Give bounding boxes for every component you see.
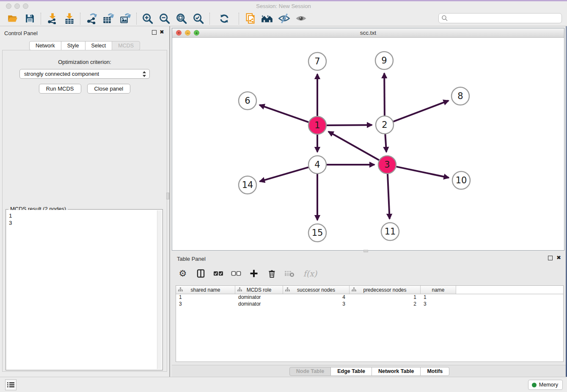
- open-session-button[interactable]: [4, 12, 21, 25]
- import-table-button[interactable]: [61, 12, 77, 25]
- tab-style[interactable]: Style: [61, 41, 85, 50]
- gear-icon: ⚙: [179, 268, 187, 279]
- clone-network-button[interactable]: [242, 12, 259, 25]
- edge-3-11[interactable]: [388, 174, 390, 219]
- svg-text:2: 2: [382, 120, 387, 130]
- node-8[interactable]: 8: [451, 87, 469, 105]
- result-scrollbar[interactable]: [157, 210, 162, 369]
- tab-network[interactable]: Network: [29, 41, 61, 50]
- workspace-region: ✕ − + scc.txt 7968124314101511 Table Pan…: [170, 26, 567, 377]
- node-15[interactable]: 15: [308, 224, 326, 242]
- edge-1-6[interactable]: [259, 105, 308, 122]
- main-titlebar: Session: New Session: [0, 1, 567, 11]
- tab-mcds[interactable]: MCDS: [112, 41, 140, 50]
- export-table-button[interactable]: [100, 12, 117, 25]
- mcds-result-list[interactable]: 1 3: [6, 210, 162, 370]
- node-4[interactable]: 4: [308, 156, 326, 174]
- search-input[interactable]: [438, 13, 562, 23]
- float-table-panel-icon[interactable]: [548, 256, 553, 260]
- delete-column-button[interactable]: [267, 268, 277, 279]
- edge-2-3[interactable]: [385, 134, 386, 152]
- node-11[interactable]: 11: [381, 223, 399, 240]
- export-network-button[interactable]: [83, 12, 100, 25]
- show-all-button[interactable]: [292, 12, 309, 25]
- node-14[interactable]: 14: [239, 176, 256, 194]
- tab-select[interactable]: Select: [85, 41, 113, 50]
- node-table: shared name MCDS role successor nodes pr…: [176, 285, 564, 362]
- tab-edge-table[interactable]: Edge Table: [330, 367, 372, 376]
- refresh-icon: [219, 13, 230, 24]
- hide-selected-button[interactable]: [275, 12, 292, 25]
- apply-function-button[interactable]: f(x): [302, 268, 318, 279]
- panel-divider-grip[interactable]: [166, 193, 169, 199]
- edge-1-2[interactable]: [327, 125, 372, 125]
- tab-node-table[interactable]: Node Table: [289, 367, 331, 376]
- column-header-mcds-role[interactable]: MCDS role: [235, 286, 283, 294]
- save-session-button[interactable]: [21, 12, 38, 25]
- export-image-button[interactable]: [117, 12, 134, 25]
- column-label: successor nodes: [297, 287, 335, 293]
- edge-3-10[interactable]: [396, 167, 449, 178]
- edge-4-14[interactable]: [260, 167, 308, 182]
- refresh-view-button[interactable]: [216, 12, 233, 25]
- clone-network-icon: [245, 13, 256, 24]
- import-network-button[interactable]: [44, 12, 61, 25]
- memory-button[interactable]: Memory: [528, 380, 563, 390]
- float-panel-icon[interactable]: [152, 30, 157, 35]
- zoom-fit-icon: [176, 13, 187, 25]
- column-header-successor-nodes[interactable]: successor nodes: [283, 286, 350, 294]
- node-7[interactable]: 7: [308, 52, 326, 70]
- svg-text:3: 3: [384, 160, 390, 170]
- memory-status-icon: [532, 383, 537, 387]
- mcds-result-line: 1: [9, 212, 155, 219]
- add-column-button[interactable]: [249, 268, 259, 279]
- table-row[interactable]: 1 dominator 4 1 1: [176, 294, 563, 301]
- session-title: Session: New Session: [0, 3, 567, 9]
- select-all-button[interactable]: [213, 268, 223, 279]
- table-row[interactable]: 3 dominator 3 2 3: [176, 301, 563, 308]
- close-panel-button[interactable]: Close panel: [87, 84, 131, 94]
- cell-shared-name: 1: [176, 294, 235, 301]
- zoom-in-icon: [142, 13, 154, 25]
- run-mcds-button[interactable]: Run MCDS: [39, 84, 81, 94]
- node-6[interactable]: 6: [239, 92, 256, 110]
- deselect-all-button[interactable]: [231, 268, 241, 279]
- node-9[interactable]: 9: [375, 52, 393, 69]
- column-header-predecessor-nodes[interactable]: predecessor nodes: [350, 286, 421, 294]
- delete-table-button[interactable]: [284, 268, 295, 279]
- eye-slash-icon: [278, 12, 290, 25]
- toggle-column-panel-button[interactable]: [195, 268, 206, 279]
- task-history-button[interactable]: [5, 379, 17, 390]
- main-toolbar: [0, 11, 567, 26]
- tab-motifs[interactable]: Motifs: [420, 367, 449, 376]
- edge-2-9[interactable]: [384, 73, 385, 116]
- mcds-buttons-row: Run MCDS Close panel: [3, 84, 167, 94]
- table-settings-button[interactable]: ⚙: [178, 268, 188, 279]
- fx-icon: f(x): [303, 269, 317, 278]
- network-window-titlebar[interactable]: ✕ − + scc.txt: [172, 28, 564, 38]
- column-header-shared-name[interactable]: shared name: [176, 286, 235, 294]
- hierarchy-icon: [178, 287, 183, 292]
- network-window-title: scc.txt: [172, 30, 564, 36]
- criterion-select[interactable]: strongly connected component: [19, 69, 150, 79]
- edge-2-8[interactable]: [394, 101, 449, 122]
- zoom-out-button[interactable]: [156, 12, 173, 25]
- node-3[interactable]: 3: [378, 156, 396, 174]
- network-canvas[interactable]: 7968124314101511: [172, 38, 564, 250]
- zoom-fit-button[interactable]: [173, 12, 190, 25]
- node-10[interactable]: 10: [452, 171, 470, 189]
- cell-successor-nodes: 3: [283, 301, 350, 308]
- edge-3-1[interactable]: [328, 132, 379, 160]
- trash-icon: [268, 269, 276, 278]
- zoom-selected-button[interactable]: [190, 12, 207, 25]
- zoom-in-button[interactable]: [139, 12, 156, 25]
- node-1[interactable]: 1: [308, 116, 326, 134]
- node-2[interactable]: 2: [376, 116, 394, 134]
- column-header-name[interactable]: name: [421, 286, 456, 294]
- control-panel-title: Control Panel: [4, 30, 38, 36]
- home-layout-button[interactable]: [259, 12, 275, 25]
- close-panel-icon[interactable]: ✖: [160, 29, 164, 35]
- tab-network-table[interactable]: Network Table: [372, 367, 421, 376]
- control-panel-header: Control Panel ✖: [0, 26, 169, 39]
- close-table-panel-icon[interactable]: ✖: [556, 254, 561, 261]
